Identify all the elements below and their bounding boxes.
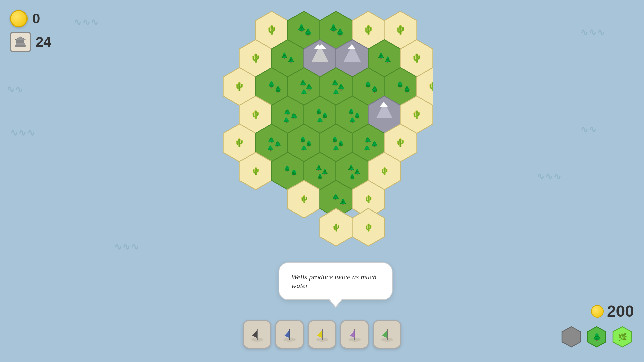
svg-text:🌵: 🌵 (266, 24, 277, 35)
hex-map: 🌵 🌲🌲 🌲🌲 🌵 🌵 🌵 🌲🌲 (211, 10, 433, 251)
building-count: 24 (36, 34, 51, 50)
action-button-3[interactable] (308, 320, 336, 349)
svg-text:🌵: 🌵 (395, 138, 406, 147)
bottom-right-panel: 200 🌲 🌿 (559, 302, 634, 349)
wave-4: ∿∿∿ (580, 27, 605, 38)
svg-text:🌲: 🌲 (268, 137, 275, 144)
svg-rect-5 (22, 40, 24, 43)
svg-text:🌲: 🌲 (592, 332, 602, 341)
building-icon (10, 32, 31, 52)
svg-text:🌲: 🌲 (284, 165, 291, 172)
svg-rect-2 (16, 40, 18, 43)
svg-text:🌲: 🌲 (333, 145, 339, 152)
hex-tiles: 🌵 🌲🌲 🌲🌲 🌵 🌵 🌵 🌲🌲 (223, 11, 433, 246)
svg-text:🌲: 🌲 (317, 117, 323, 123)
svg-text:🌵: 🌵 (364, 223, 373, 232)
svg-rect-4 (20, 40, 22, 43)
svg-text:🌲: 🌲 (317, 173, 323, 180)
svg-text:🌵: 🌵 (250, 53, 261, 63)
wave-6: ∿∿∿ (537, 171, 562, 182)
svg-text:🌲: 🌲 (301, 89, 307, 95)
svg-text:🌵: 🌵 (251, 167, 261, 176)
svg-text:🌲: 🌲 (384, 56, 392, 63)
svg-text:🌵: 🌵 (411, 53, 422, 63)
coin-count: 0 (32, 11, 40, 27)
hex-green1-icon: 🌲 (585, 325, 608, 349)
svg-text:🌵: 🌵 (412, 110, 422, 119)
gold-display: 200 (591, 302, 634, 320)
wave-7: ∿∿∿ (114, 241, 139, 252)
svg-text:🌲: 🌲 (267, 145, 274, 152)
svg-text:🌵: 🌵 (364, 195, 373, 204)
svg-marker-137 (382, 330, 387, 338)
svg-text:🌲: 🌲 (364, 137, 372, 144)
svg-marker-125 (252, 330, 257, 338)
sail-icon-3 (314, 326, 330, 343)
svg-text:🌲: 🌲 (371, 141, 378, 148)
svg-text:🌲: 🌲 (301, 145, 307, 152)
svg-text:🌲: 🌲 (287, 56, 295, 63)
sail-icon-2 (281, 326, 298, 343)
hex-selector-green2[interactable]: 🌿 (610, 325, 634, 349)
svg-text:🌲: 🌲 (333, 89, 339, 95)
svg-text:🌲: 🌲 (336, 28, 344, 36)
action-button-4[interactable] (340, 320, 369, 349)
hex-green2-icon: 🌿 (610, 325, 634, 349)
svg-text:🌵: 🌵 (428, 81, 433, 91)
bottom-action-buttons (243, 320, 401, 349)
wave-5: ∿∿ (580, 124, 597, 135)
action-button-1[interactable] (243, 320, 271, 349)
building-row: 24 (10, 32, 51, 52)
svg-text:🌵: 🌵 (251, 110, 261, 119)
svg-rect-3 (18, 40, 20, 43)
svg-text:🌵: 🌵 (395, 24, 406, 35)
hex-selector-buttons: 🌲 🌿 (559, 325, 634, 349)
svg-text:🌲: 🌲 (364, 145, 370, 152)
svg-text:🌲: 🌲 (274, 85, 282, 93)
svg-text:🌲: 🌲 (332, 193, 340, 201)
hud-topleft: 0 24 (10, 10, 51, 52)
svg-text:🌲: 🌲 (290, 113, 298, 120)
sail-icon-4 (346, 326, 363, 343)
svg-text:🌿: 🌿 (618, 332, 627, 341)
svg-text:🌲: 🌲 (304, 28, 312, 36)
coin-icon (10, 10, 28, 27)
svg-text:🌲: 🌲 (283, 117, 290, 123)
svg-text:🌲: 🌲 (403, 85, 411, 93)
wave-3: ∿∿∿ (10, 127, 35, 138)
tooltip-bubble: Wells produce twice as much water (279, 262, 393, 300)
svg-text:🌲: 🌲 (290, 169, 298, 176)
svg-text:🌲: 🌲 (349, 173, 356, 180)
sail-icon-5 (379, 326, 395, 343)
svg-text:🌵: 🌵 (234, 138, 245, 147)
hex-grid-svg: 🌵 🌲🌲 🌲🌲 🌵 🌵 🌵 🌲🌲 (211, 10, 433, 251)
svg-marker-138 (562, 327, 580, 347)
svg-marker-131 (317, 330, 322, 338)
tooltip-text: Wells produce twice as much water (291, 273, 377, 290)
svg-text:🌲: 🌲 (339, 198, 347, 205)
svg-text:🌵: 🌵 (234, 81, 245, 91)
hex-selector-green1[interactable]: 🌲 (585, 325, 608, 349)
svg-text:🌲: 🌲 (349, 117, 356, 123)
hex-gray-icon (559, 325, 583, 349)
svg-text:🌵: 🌵 (332, 223, 341, 232)
svg-text:🌲: 🌲 (274, 141, 282, 148)
svg-text:🌵: 🌵 (300, 195, 309, 204)
hex-selector-gray[interactable] (559, 325, 583, 349)
svg-rect-1 (16, 43, 25, 45)
action-button-2[interactable] (275, 320, 304, 349)
coin-row: 0 (10, 10, 51, 27)
svg-marker-6 (15, 37, 26, 40)
action-button-5[interactable] (373, 320, 401, 349)
svg-marker-128 (284, 330, 289, 338)
svg-text:🌵: 🌵 (363, 24, 374, 35)
wave-2: ∿∿ (7, 84, 23, 95)
svg-text:🌲: 🌲 (371, 85, 379, 93)
svg-marker-134 (350, 330, 355, 338)
svg-rect-0 (15, 45, 26, 47)
gold-coin-icon (591, 305, 604, 318)
gold-reserve-count: 200 (607, 302, 634, 320)
wave-1: ∿∿∿ (74, 17, 99, 28)
svg-text:🌵: 🌵 (380, 167, 389, 176)
sail-icon-1 (249, 326, 265, 343)
